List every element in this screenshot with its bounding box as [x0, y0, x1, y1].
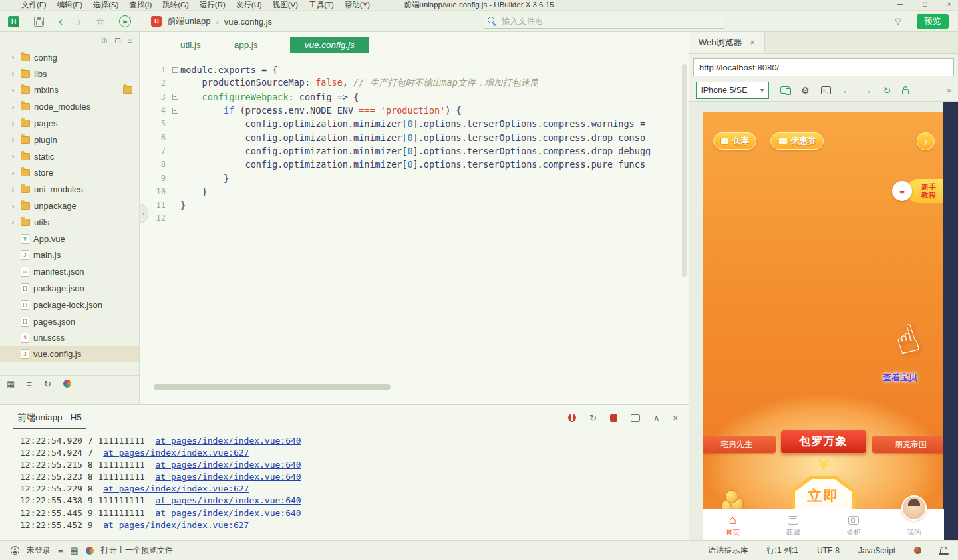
fold-icon[interactable]: −: [172, 108, 178, 114]
more-tools-icon[interactable]: »: [947, 85, 951, 95]
menu-item[interactable]: 查找(I): [124, 0, 157, 10]
restart-icon[interactable]: ↻: [589, 413, 597, 423]
code-area[interactable]: 1−module.exports = {2 productionSourceMa…: [140, 57, 689, 225]
fold-icon[interactable]: −: [172, 94, 178, 100]
browser-refresh-icon[interactable]: ↻: [883, 85, 891, 96]
tree-folder[interactable]: ›mixins: [0, 82, 139, 99]
close-icon[interactable]: ×: [947, 0, 951, 8]
browser-tab[interactable]: Web浏览器 ×: [689, 32, 765, 53]
log-link[interactable]: at pages/index/index.vue:627: [103, 448, 249, 458]
bookmark-icon[interactable]: ☆: [96, 15, 104, 27]
menu-item[interactable]: 帮助(Y): [339, 0, 375, 10]
task-list-icon[interactable]: ≡: [58, 545, 63, 555]
lock-icon[interactable]: [902, 89, 909, 94]
browser-back-icon[interactable]: ←: [842, 85, 852, 96]
new-file-icon[interactable]: ⊕: [101, 36, 108, 45]
log-link[interactable]: at pages/index/index.vue:640: [156, 460, 301, 470]
settings-gear-icon[interactable]: ⚙: [801, 85, 810, 96]
banner[interactable]: 朋克帝国: [872, 436, 944, 453]
menu-item[interactable]: 跳转(G): [157, 0, 194, 10]
open-last-preview[interactable]: 打开上一个预览文件: [101, 545, 173, 556]
menu-item[interactable]: 发行(U): [231, 0, 267, 10]
menu-item[interactable]: 视图(V): [267, 0, 303, 10]
tree-folder[interactable]: ›config: [0, 49, 139, 66]
tree-file[interactable]: ◎manifest.json: [0, 263, 139, 280]
warehouse-button[interactable]: 仓库: [713, 132, 756, 150]
record-dot-icon[interactable]: [914, 547, 921, 554]
stop-icon[interactable]: [610, 414, 617, 422]
forward-icon[interactable]: ›: [77, 17, 81, 26]
console-tab[interactable]: 前端uniapp - H5: [13, 406, 86, 429]
status-item[interactable]: UTF-8: [817, 546, 840, 555]
phone-tab[interactable]: 商城: [763, 509, 824, 540]
status-item[interactable]: 语法提示库: [709, 545, 748, 556]
tutorial-badge[interactable]: ≡ 新手 教程: [892, 179, 944, 203]
status-item[interactable]: 行:1 列:1: [767, 545, 798, 556]
tree-file[interactable]: []package.json: [0, 280, 139, 297]
phone-tab[interactable]: ⌂首页: [703, 509, 763, 540]
app-logo-icon[interactable]: H: [8, 16, 19, 27]
editor-tab[interactable]: vue.config.js: [290, 37, 369, 53]
url-bar[interactable]: [693, 58, 954, 76]
tree-folder[interactable]: ›utils: [0, 214, 139, 231]
outline-icon[interactable]: ≡: [27, 379, 32, 389]
sync-icon[interactable]: ↻: [44, 379, 51, 389]
collapse-all-icon[interactable]: ⊟: [114, 36, 121, 45]
files-panel-icon[interactable]: ▦: [7, 379, 15, 389]
run-icon[interactable]: ▶: [119, 15, 131, 27]
maximize-icon[interactable]: □: [923, 0, 927, 8]
banner[interactable]: 包罗万象: [781, 430, 866, 453]
log-link[interactable]: at pages/index/index.vue:627: [103, 520, 249, 530]
log-link[interactable]: at pages/index/index.vue:640: [156, 472, 301, 482]
music-button[interactable]: ♪: [917, 132, 935, 150]
coupon-button[interactable]: 优惠券: [770, 132, 824, 150]
log-link[interactable]: at pages/index/index.vue:640: [156, 508, 301, 518]
banner[interactable]: 宅男先生: [703, 436, 776, 453]
collapse-panel-icon[interactable]: ∧: [653, 413, 660, 423]
menu-item[interactable]: 文件(F): [16, 0, 52, 10]
clear-console-icon[interactable]: ×: [673, 413, 678, 423]
log-link[interactable]: at pages/index/index.vue:627: [103, 484, 249, 493]
menu-item[interactable]: 编辑(E): [52, 0, 88, 10]
close-tab-icon[interactable]: ×: [750, 38, 755, 47]
tree-folder[interactable]: ›node_modules: [0, 98, 139, 115]
sidebar-menu-icon[interactable]: ≡: [128, 36, 132, 45]
back-icon[interactable]: ‹: [59, 17, 63, 26]
tree-folder[interactable]: ›store: [0, 165, 139, 182]
panel-grid-icon[interactable]: ▦: [71, 545, 79, 555]
tree-folder[interactable]: ›static: [0, 148, 139, 165]
tree-folder[interactable]: ›pages: [0, 115, 139, 132]
preview-button[interactable]: 预览: [917, 14, 949, 29]
device-select[interactable]: iPhone 5/SE ▾: [696, 82, 769, 99]
tree-folder[interactable]: ›plugin: [0, 132, 139, 148]
file-search[interactable]: [484, 14, 724, 29]
tree-file[interactable]: Suni.scss: [0, 330, 139, 347]
editor-tab[interactable]: util.js: [179, 37, 202, 53]
login-status[interactable]: 未登录: [27, 545, 51, 556]
phone-tab[interactable]: 盒柜: [824, 509, 884, 540]
tree-folder[interactable]: ›uni_modules: [0, 181, 139, 198]
fold-icon[interactable]: −: [172, 67, 178, 73]
screenshot-icon[interactable]: [631, 414, 640, 422]
tree-folder[interactable]: ›libs: [0, 66, 139, 82]
theme-wheel-icon[interactable]: [86, 547, 94, 555]
avatar[interactable]: [901, 495, 927, 521]
horizontal-scrollbar[interactable]: [154, 384, 391, 390]
notifications-bell-icon[interactable]: [940, 547, 947, 553]
breadcrumb-file[interactable]: vue.config.js: [224, 17, 272, 27]
breadcrumb-project[interactable]: 前端uniapp: [167, 15, 210, 27]
extensions-icon[interactable]: [63, 380, 71, 388]
vertical-scrollbar[interactable]: [682, 64, 687, 277]
tree-folder[interactable]: ›unpackage: [0, 198, 139, 214]
menu-item[interactable]: 工具(T): [303, 0, 339, 10]
tree-file[interactable]: VApp.vue: [0, 231, 139, 247]
responsive-mode-icon[interactable]: [780, 86, 790, 94]
save-icon[interactable]: [34, 17, 44, 27]
tree-file[interactable]: Jvue.config.js: [0, 346, 139, 362]
status-item[interactable]: JavaScript: [858, 546, 895, 555]
tree-file[interactable]: []package-lock.json: [0, 297, 139, 313]
url-input[interactable]: [694, 63, 953, 72]
tree-file[interactable]: []pages.json: [0, 313, 139, 330]
view-treasure-label[interactable]: 查看宝贝: [883, 372, 917, 384]
log-link[interactable]: at pages/index/index.vue:640: [156, 495, 301, 505]
